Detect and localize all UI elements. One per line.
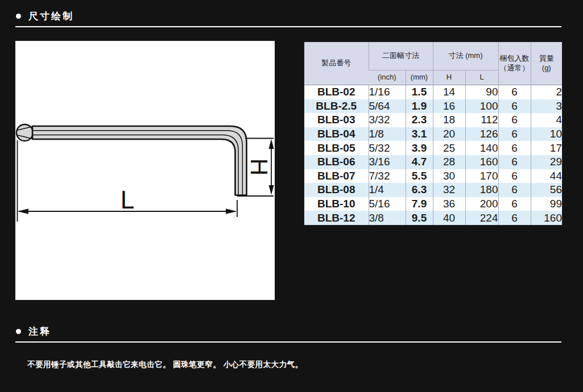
cell-inch: 1/16 (369, 85, 406, 99)
table-row: BLB-077/325.530170644 (304, 169, 563, 184)
cell-mass: 4 (531, 113, 563, 127)
mass-line2: (g) (542, 64, 551, 72)
cell-h: 16 (433, 99, 465, 114)
cell-model: BLB-12 (304, 211, 369, 226)
cell-mass: 10 (531, 127, 563, 141)
cell-inch: 3/16 (369, 155, 406, 169)
cell-l: 224 (465, 211, 498, 226)
cell-inch: 3/8 (369, 211, 406, 226)
cell-qty: 6 (498, 99, 531, 114)
cell-l: 90 (465, 85, 498, 99)
h-arrow-up-icon (269, 139, 274, 149)
col-header-mm: (mm) (406, 70, 433, 85)
spec-table-header: 製品番号 二面幅寸法 寸法 (mm) 梱包入数（通常） 質量(g) (inch)… (304, 41, 563, 85)
cell-mm: 5.5 (406, 169, 433, 184)
cell-mass: 2 (531, 85, 563, 99)
cell-qty: 6 (498, 127, 531, 141)
cell-qty: 6 (498, 85, 531, 99)
cell-h: 28 (433, 155, 465, 169)
cell-h: 36 (433, 197, 465, 211)
cell-mm: 3.1 (406, 127, 433, 141)
col-header-h: H (433, 70, 465, 85)
cell-model: BLB-05 (304, 141, 369, 155)
cell-h: 40 (433, 211, 465, 226)
cell-mass: 29 (531, 155, 563, 169)
cell-h: 14 (433, 85, 465, 99)
cell-model: BLB-06 (304, 155, 369, 169)
notes-section-header: 注释 (16, 325, 51, 338)
l-dimension-label: L (121, 186, 134, 214)
dimension-drawing-panel: H L (15, 41, 275, 300)
cell-inch: 7/32 (369, 169, 406, 184)
cell-l: 170 (465, 169, 498, 184)
cell-qty: 6 (498, 141, 531, 155)
cell-model: BLB-07 (304, 169, 369, 184)
dimension-section-divider (15, 26, 561, 27)
cell-inch: 5/16 (369, 197, 406, 211)
notes-section-title: 注释 (28, 325, 51, 338)
cell-mm: 6.3 (406, 183, 433, 197)
cell-mm: 2.3 (406, 113, 433, 127)
spec-table: 製品番号 二面幅寸法 寸法 (mm) 梱包入数（通常） 質量(g) (inch)… (303, 41, 563, 226)
cell-mass: 17 (531, 141, 563, 155)
table-row: BLB-123/89.5402246160 (304, 211, 563, 226)
col-header-l: L (465, 70, 498, 85)
table-row: BLB-105/167.936200699 (304, 197, 563, 211)
col-header-product-no: 製品番号 (304, 41, 369, 85)
hex-key-body (32, 126, 247, 195)
hex-facet-line-inner (32, 135, 238, 194)
table-row: BLB-041/83.120126610 (304, 127, 563, 141)
cell-mass: 44 (531, 169, 563, 184)
col-header-mass: 質量(g) (531, 41, 563, 85)
pack-qty-line2: （通常） (500, 64, 530, 72)
col-header-dimensions-mm: 寸法 (mm) (433, 41, 498, 70)
h-arrow-down-icon (269, 185, 274, 195)
table-row: BLB-2.55/641.91610063 (304, 99, 563, 114)
cell-model: BLB-04 (304, 127, 369, 141)
hex-key-diagram: H L (15, 41, 275, 300)
cell-mm: 3.9 (406, 141, 433, 155)
cell-mass: 160 (531, 211, 563, 226)
notes-section-divider (15, 341, 561, 343)
col-header-width-across-flats: 二面幅寸法 (369, 41, 433, 70)
dimension-section-title: 尺寸绘制 (28, 10, 74, 23)
cell-l: 140 (465, 141, 498, 155)
col-header-pack-qty: 梱包入数（通常） (498, 41, 531, 85)
cell-qty: 6 (498, 155, 531, 169)
cell-model: BLB-02 (304, 85, 369, 99)
cell-h: 25 (433, 141, 465, 155)
cell-inch: 3/32 (369, 113, 406, 127)
cell-inch: 1/8 (369, 127, 406, 141)
cell-mm: 4.7 (406, 155, 433, 169)
cell-l: 180 (465, 183, 498, 197)
cell-l: 200 (465, 197, 498, 211)
cell-h: 30 (433, 169, 465, 184)
spec-table-body: BLB-021/161.5149062BLB-2.55/641.91610063… (304, 85, 563, 226)
hex-facet-line-outer (32, 131, 242, 195)
bullet-icon (16, 14, 21, 19)
l-arrow-right-icon (226, 208, 237, 214)
table-row: BLB-055/323.925140617 (304, 141, 563, 155)
cell-mm: 1.9 (406, 99, 433, 114)
cell-mm: 1.5 (406, 85, 433, 99)
cell-qty: 6 (498, 113, 531, 127)
cell-model: BLB-03 (304, 113, 369, 127)
h-dimension-label: H (246, 159, 272, 176)
cell-mass: 99 (531, 197, 563, 211)
cell-l: 126 (465, 127, 498, 141)
cell-mass: 3 (531, 99, 563, 114)
cell-mm: 9.5 (406, 211, 433, 226)
note-text: 不要用锤子或其他工具敲击它来电击它。 圆珠笔更窄。 小心不要用太大力气。 (27, 360, 303, 370)
cell-qty: 6 (498, 183, 531, 197)
cell-mm: 7.9 (406, 197, 433, 211)
cell-model: BLB-10 (304, 197, 369, 211)
l-arrow-left-icon (18, 208, 28, 214)
table-row: BLB-033/322.31811264 (304, 113, 563, 127)
col-header-inch: (inch) (369, 70, 406, 85)
cell-qty: 6 (498, 169, 531, 184)
cell-model: BLB-2.5 (304, 99, 369, 114)
cell-model: BLB-08 (304, 183, 369, 197)
dimension-section-header: 尺寸绘制 (16, 10, 74, 23)
cell-l: 160 (465, 155, 498, 169)
table-row: BLB-081/46.332180656 (304, 183, 563, 197)
